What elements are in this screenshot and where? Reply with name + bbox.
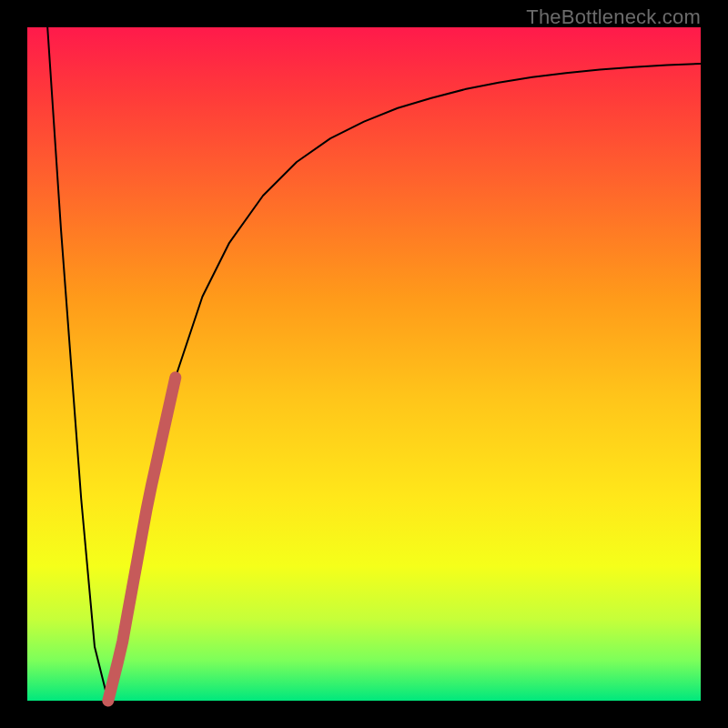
- chart-frame: TheBottleneck.com: [0, 0, 728, 728]
- watermark-text: TheBottleneck.com: [526, 5, 701, 29]
- plot-area: [27, 27, 701, 701]
- chart-svg: [27, 27, 701, 701]
- highlight-segment: [108, 378, 176, 701]
- bottleneck-curve: [47, 27, 701, 701]
